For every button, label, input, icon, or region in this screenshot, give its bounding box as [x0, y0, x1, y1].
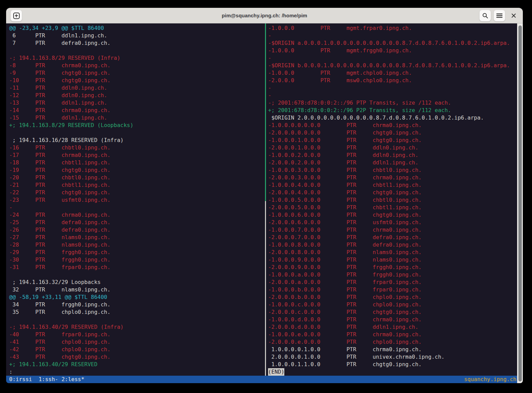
- terminal-content[interactable]: @@ -23,34 +23,9 @@ $TTL 86400 6 PTR ddln…: [6, 23, 523, 383]
- terminal-line: -1.0.0.0.e.0.0.0 PTR chrma0.ipng.ch.: [268, 331, 517, 338]
- terminal-line: ; 194.1.163.16/28 RESERVED (Infra): [9, 137, 264, 144]
- terminal-line: -1.0.0.0.2.0.0.0 PTR ddln0.ipng.ch.: [268, 151, 517, 159]
- window-title: pim@squanchy.ipng.ch: /home/pim: [6, 13, 523, 18]
- terminal-line: -2.0.0.0.5.0.0.0 PTR chbtl1.ipng.ch.: [268, 204, 517, 211]
- terminal-line: -1.0.0.0.d.0.0.0 PTR chrma0.ipng.ch.: [268, 316, 517, 323]
- terminal-line: -40 PTR frpar0.ipng.ch.: [9, 331, 264, 338]
- terminal-line: -23 PTR usfmt0.ipng.ch.: [9, 196, 264, 204]
- terminal-line: -26 PTR defra0.ipng.ch.: [9, 226, 264, 234]
- terminal-line: -1.0.0.0.3.0.0.0 PTR chbtl0.ipng.ch.: [268, 166, 517, 174]
- terminal-line: -: [268, 84, 517, 92]
- terminal-line: 7 PTR defra0.ipng.ch.: [9, 39, 264, 47]
- terminal-line: -$ORIGIN b.0.0.0.1.0.0.0.0.0.0.0.0.0.0.0…: [268, 62, 517, 69]
- terminal-line: -22 PTR chgtg0.ipng.ch.: [9, 189, 264, 196]
- terminal-line: -25 PTR defra0.ipng.ch.: [9, 219, 264, 226]
- terminal-line: -43 PTR chgtg0.ipng.ch.: [9, 353, 264, 361]
- terminal-line: -2.0.0.0.e.0.0.0 PTR chplo0.ipng.ch.: [268, 338, 517, 346]
- terminal-line: $ORIGIN 2.0.0.0.0.0.0.0.0.0.0.0.8.7.d.0.…: [268, 114, 517, 122]
- terminal-line: -15 PTR ddln1.ipng.ch.: [9, 114, 264, 122]
- terminal-line: -8 PTR chrma0.ipng.ch.: [9, 62, 264, 69]
- terminal-line: -16 PTR chbtl0.ipng.ch.: [9, 144, 264, 151]
- terminal-line: @@ -23,34 +23,9 @@ $TTL 86400: [9, 24, 264, 32]
- terminal-line: -19 PTR chgtg0.ipng.ch.: [9, 166, 264, 174]
- terminal-line: +; 2001:678:d78:0:0:2::/96 P2P Transits,…: [268, 107, 517, 114]
- terminal-line: -2.0.0.0.2.0.0.0 PTR ddln1.ipng.ch.: [268, 159, 517, 166]
- terminal-line: -: [268, 54, 517, 62]
- terminal-line: -1.0.0.0.6.0.0.0 PTR chgtg0.ipng.ch.: [268, 211, 517, 219]
- terminal-line: 32 PTR nlams0.ipng.ch.: [9, 286, 264, 293]
- tmux-status-hostname: squanchy.ipng.ch: [464, 376, 516, 383]
- tmux-pane-right-diff[interactable]: -1.0.0.0 PTR mgmt.frpar0.ipng.ch.--$ORIG…: [268, 24, 517, 376]
- terminal-line: -: [268, 32, 517, 39]
- terminal-line: -9 PTR chgtg0.ipng.ch.: [9, 69, 264, 77]
- terminal-line: [9, 47, 264, 54]
- terminal-line: -12 PTR ddln0.ipng.ch.: [9, 92, 264, 99]
- close-button[interactable]: [508, 10, 519, 21]
- terminal-line: -2.0.0.0.9.0.0.0 PTR frggh0.ipng.ch.: [268, 264, 517, 271]
- terminal-line: -31 PTR frpar0.ipng.ch.: [9, 264, 264, 271]
- terminal-line: 34 PTR frggh0.ipng.ch.: [9, 301, 264, 308]
- new-tab-button[interactable]: [11, 10, 22, 21]
- terminal-line: -; 2001:678:d78:0:0:2::/96 PTP Transits,…: [268, 99, 517, 107]
- terminal-line: 6 PTR ddln1.ipng.ch.: [9, 32, 264, 39]
- terminal-line: 2.0.0.0.0.1.0.0 PTR univex.chrma0.ipng.c…: [268, 353, 517, 361]
- tmux-pane-divider[interactable]: [265, 201, 266, 383]
- terminal-line: -2.0.0.0.c.0.0.0 PTR chgtg0.ipng.ch.: [268, 308, 517, 316]
- terminal-line: 35 PTR chplo0.ipng.ch.: [9, 308, 264, 316]
- terminal-line: -1.0.0.0 PTR mgmt.chplo0.ipng.ch.: [268, 69, 517, 77]
- terminal-line: -13 PTR ddln1.ipng.ch.: [9, 99, 264, 107]
- terminal-line: -2.0.0.0.8.0.0.0 PTR nlams0.ipng.ch.: [268, 249, 517, 256]
- terminal-line: -41 PTR chplo0.ipng.ch.: [9, 338, 264, 346]
- terminal-line: -1.0.0.0 PTR mgmt.frggh0.ipng.ch.: [268, 47, 517, 54]
- new-tab-icon: [13, 13, 20, 19]
- terminal-line: -11 PTR ddln0.ipng.ch.: [9, 84, 264, 92]
- terminal-line: 1.0.0.0.1.1.0.0 PTR chgtg0.ipng.ch.: [268, 361, 517, 368]
- terminal-line: -1.0.0.0.7.0.0.0 PTR chrma0.ipng.ch.: [268, 226, 517, 234]
- terminal-line: -2.0.0.0.7.0.0.0 PTR defra0.ipng.ch.: [268, 234, 517, 241]
- titlebar[interactable]: pim@squanchy.ipng.ch: /home/pim: [6, 8, 523, 23]
- scrollbar-track[interactable]: [517, 23, 523, 383]
- terminal-line: -2.0.0.0.0.0.0.0 PTR chgtg0.ipng.ch.: [268, 129, 517, 137]
- terminal-line: +; 194.1.163.40/29 RESERVED: [9, 361, 264, 368]
- terminal-line: -1.0.0.0 PTR mgmt.frpar0.ipng.ch.: [268, 24, 517, 32]
- tmux-status-bar: 0:irssi 1:ssh- 2:less* squanchy.ipng.ch: [6, 376, 517, 383]
- terminal-line: -$ORIGIN a.0.0.0.1.0.0.0.0.0.0.0.0.0.0.0…: [268, 39, 517, 47]
- terminal-line: -1.0.0.0.0.0.0.0 PTR chrma0.ipng.ch.: [268, 122, 517, 129]
- terminal-line: -2.0.0.0.1.0.0.0 PTR ddln0.ipng.ch.: [268, 144, 517, 151]
- terminal-line: -: [268, 92, 517, 99]
- tmux-window-list[interactable]: 0:irssi 1:ssh- 2:less*: [9, 376, 84, 383]
- terminal-line: -2.0.0.0.4.0.0.0 PTR chgtg0.ipng.ch.: [268, 189, 517, 196]
- terminal-line: -2.0.0.0.a.0.0.0 PTR frpar0.ipng.ch.: [268, 279, 517, 286]
- terminal-line: -18 PTR chbtl1.ipng.ch.: [9, 159, 264, 166]
- terminal-line: -; 194.1.163.8/29 RESERVED (Infra): [9, 54, 264, 62]
- scrollbar-thumb[interactable]: [518, 25, 522, 381]
- terminal-line: [9, 129, 264, 137]
- terminal-line: -2.0.0.0.3.0.0.0 PTR chrma0.ipng.ch.: [268, 174, 517, 181]
- terminal-line: -20 PTR chbtl0.ipng.ch.: [9, 174, 264, 181]
- terminal-line: -2.0.0.0.b.0.0.0 PTR chplo0.ipng.ch.: [268, 293, 517, 301]
- hamburger-menu-icon: [496, 13, 502, 18]
- terminal-line: -30 PTR frggh0.ipng.ch.: [9, 256, 264, 264]
- close-icon: [511, 13, 516, 18]
- terminal-line: -14 PTR chrma0.ipng.ch.: [9, 107, 264, 114]
- terminal-line: @@ -58,19 +33,11 @@ $TTL 86400: [9, 293, 264, 301]
- terminal-line: -1.0.0.0.8.0.0.0 PTR defra0.ipng.ch.: [268, 241, 517, 249]
- terminal-line: -: [9, 204, 264, 211]
- terminal-line: -42 PTR chplo0.ipng.ch.: [9, 346, 264, 353]
- tmux-pane-divider-active[interactable]: [265, 23, 266, 201]
- terminal-line: -21 PTR chbtl1.ipng.ch.: [9, 181, 264, 189]
- terminal-line: -29 PTR frggh0.ipng.ch.: [9, 249, 264, 256]
- terminal-line: 1.0.0.0.0.1.0.0 PTR chrma0.ipng.ch.: [268, 346, 517, 353]
- tmux-pane-left-diff[interactable]: @@ -23,34 +23,9 @@ $TTL 86400 6 PTR ddln…: [9, 24, 264, 376]
- search-button[interactable]: [479, 10, 491, 21]
- terminal-line: -1.0.0.0.b.0.0.0 PTR frpar0.ipng.ch.: [268, 286, 517, 293]
- terminal-line: -1.0.0.0.c.0.0.0 PTR chplo0.ipng.ch.: [268, 301, 517, 308]
- terminal-line: -1.0.0.0.1.0.0.0 PTR chgtg0.ipng.ch.: [268, 137, 517, 144]
- terminal-line: -1.0.0.0.a.0.0.0 PTR frggh0.ipng.ch.: [268, 271, 517, 279]
- terminal-line: -17 PTR chrma0.ipng.ch.: [9, 151, 264, 159]
- terminal-line: -10 PTR chgtg0.ipng.ch.: [9, 77, 264, 84]
- terminal-line: -27 PTR nlams0.ipng.ch.: [9, 234, 264, 241]
- menu-button[interactable]: [494, 10, 505, 21]
- terminal-line: -2.0.0.0.d.0.0.0 PTR ddln1.ipng.ch.: [268, 323, 517, 331]
- terminal-window: pim@squanchy.ipng.ch: /home/pim: [6, 8, 523, 383]
